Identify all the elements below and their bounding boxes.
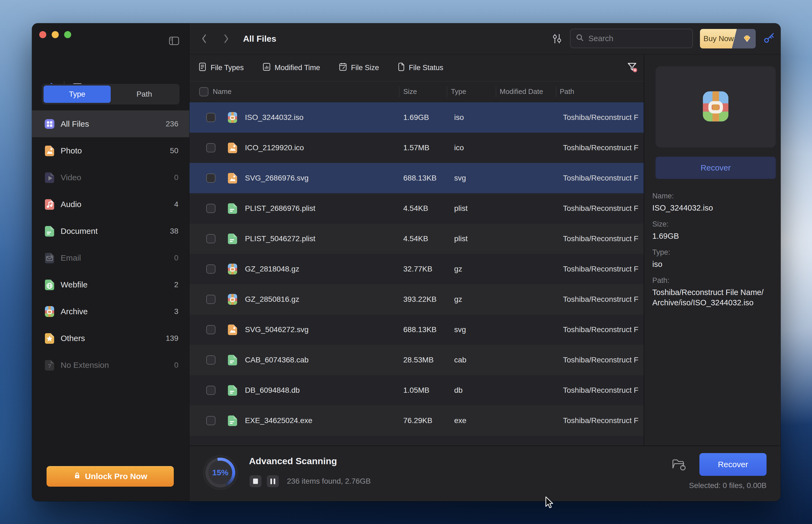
table-row[interactable] xyxy=(189,436,644,445)
detail-value: Toshiba/Reconstruct File Name/ xyxy=(652,287,772,297)
column-divider xyxy=(556,86,556,97)
row-checkbox[interactable] xyxy=(206,264,215,274)
cell-path: Toshiba/Reconstruct F xyxy=(563,193,644,224)
table-row[interactable]: CAB_6074368.cab28.53MBcabToshiba/Reconst… xyxy=(189,345,644,375)
back-icon[interactable] xyxy=(201,34,207,45)
sidebar-item-email[interactable]: Email0 xyxy=(32,244,189,271)
filter-modified-time[interactable]: Modified Time xyxy=(262,62,320,73)
sidebar-item-count: 0 xyxy=(174,253,178,262)
filter-row: File TypesModified TimeFile SizeFile Sta… xyxy=(189,54,644,81)
sidebar-item-no-extension[interactable]: ?No Extension0 xyxy=(32,351,189,378)
sidebar-toggle-icon[interactable] xyxy=(169,36,180,47)
tab-type[interactable]: Type xyxy=(44,85,111,103)
recovery-folder-icon[interactable] xyxy=(671,457,686,473)
column-header-name[interactable]: Name xyxy=(213,81,231,102)
recover-button[interactable]: Recover xyxy=(699,453,766,476)
license-key-icon[interactable] xyxy=(763,32,775,45)
sidebar-item-audio[interactable]: Audio4 xyxy=(32,191,189,218)
desktop-wallpaper: Toshiba TypePath All Files236Photo50Vide… xyxy=(0,0,812,524)
unlock-pro-button[interactable]: Unlock Pro Now xyxy=(47,466,174,487)
search-input[interactable] xyxy=(589,34,687,43)
minimize-window-button[interactable] xyxy=(52,31,59,38)
stop-scan-button[interactable] xyxy=(250,475,262,487)
row-checkbox[interactable] xyxy=(206,174,215,183)
window-controls xyxy=(39,31,71,38)
sidebar-item-label: All Files xyxy=(61,119,89,129)
filter-file-types[interactable]: File Types xyxy=(198,62,244,73)
table-row[interactable]: DB_6094848.db1.05MBdbToshiba/Reconstruct… xyxy=(189,375,644,406)
column-header-modified-date[interactable]: Modified Date xyxy=(500,81,543,102)
sidebar-item-webfile[interactable]: Webfile2 xyxy=(32,271,189,298)
table-row[interactable]: PLIST_5046272.plist4.54KBplistToshiba/Re… xyxy=(189,224,644,254)
content: File TypesModified TimeFile SizeFile Sta… xyxy=(189,54,781,445)
row-checkbox[interactable] xyxy=(206,386,215,395)
cell-size: 1.05MB xyxy=(403,375,430,406)
table-row[interactable]: GZ_2850816.gz393.22KBgzToshiba/Reconstru… xyxy=(189,284,644,314)
tab-path[interactable]: Path xyxy=(111,85,178,103)
sidebar-item-document[interactable]: Document38 xyxy=(32,218,189,244)
table-body: ISO_3244032.iso1.69GBisoToshiba/Reconstr… xyxy=(189,102,644,445)
filter-label: File Size xyxy=(351,64,379,72)
cell-path: Toshiba/Reconstruct F xyxy=(563,133,644,163)
search-box xyxy=(570,29,693,48)
sidebar-item-photo[interactable]: Photo50 xyxy=(32,137,189,164)
cell-type: gz xyxy=(454,284,462,314)
detail-label: Path: xyxy=(652,276,772,285)
column-header-size[interactable]: Size xyxy=(403,81,417,102)
file-icon-archive xyxy=(226,111,239,125)
search-icon xyxy=(576,33,585,44)
cell-path: Toshiba/Reconstruct F xyxy=(563,102,644,133)
pause-scan-button[interactable] xyxy=(267,475,279,487)
cell-path: Toshiba/Reconstruct F xyxy=(563,254,644,284)
row-checkbox[interactable] xyxy=(206,113,215,122)
sidebar-item-others[interactable]: Others139 xyxy=(32,325,189,351)
file-icon-archive xyxy=(226,263,239,276)
table-row[interactable]: SVG_5046272.svg688.13KBsvgToshiba/Recons… xyxy=(189,314,644,345)
table-row[interactable]: ISO_3244032.iso1.69GBisoToshiba/Reconstr… xyxy=(189,102,644,133)
buy-now-button[interactable]: Buy Now xyxy=(700,29,756,48)
select-all-checkbox[interactable] xyxy=(199,87,209,96)
column-header-path[interactable]: Path xyxy=(560,81,574,102)
filter-file-status[interactable]: File Status xyxy=(397,62,443,73)
row-checkbox[interactable] xyxy=(206,204,215,213)
panel-recover-button[interactable]: Recover xyxy=(656,157,776,179)
file-details: Name:ISO_3244032.isoSize:1.69GBType:isoP… xyxy=(652,192,772,315)
sidebar-item-count: 50 xyxy=(170,146,178,155)
sidebar-item-label: No Extension xyxy=(61,361,109,370)
toolbar: All Files Buy Now xyxy=(189,23,781,54)
row-checkbox[interactable] xyxy=(206,295,215,304)
row-checkbox[interactable] xyxy=(206,234,215,243)
table-row[interactable]: SVG_2686976.svg688.13KBsvgToshiba/Recons… xyxy=(189,163,644,193)
table-row[interactable]: GZ_2818048.gz32.77KBgzToshiba/Reconstruc… xyxy=(189,254,644,284)
column-header-type[interactable]: Type xyxy=(451,81,466,102)
row-checkbox[interactable] xyxy=(206,325,215,334)
detail-label: Name: xyxy=(652,192,772,200)
clear-filter-icon[interactable] xyxy=(626,62,638,75)
table-row[interactable]: EXE_34625024.exe76.29KBexeToshiba/Recons… xyxy=(189,406,644,436)
table-row[interactable]: PLIST_2686976.plist4.54KBplistToshiba/Re… xyxy=(189,193,644,224)
sidebar-item-count: 139 xyxy=(166,334,178,343)
sidebar-item-all-files[interactable]: All Files236 xyxy=(32,111,189,137)
scan-title: Advanced Scanning xyxy=(249,456,337,466)
display-settings-icon[interactable] xyxy=(551,32,563,46)
detail-label: Type: xyxy=(652,248,772,257)
sidebar-item-video[interactable]: Video0 xyxy=(32,164,189,191)
details-panel: Recover Name:ISO_3244032.isoSize:1.69GBT… xyxy=(644,54,781,445)
modified-time-icon xyxy=(262,62,271,73)
sidebar-item-label: Document xyxy=(61,227,98,236)
main-area: All Files Buy Now xyxy=(189,23,781,501)
cell-type: exe xyxy=(454,406,466,436)
row-checkbox[interactable] xyxy=(206,143,215,152)
zoom-window-button[interactable] xyxy=(64,31,71,38)
sidebar-item-archive[interactable]: Archive3 xyxy=(32,298,189,325)
cell-path: Toshiba/Reconstruct F xyxy=(563,375,644,406)
close-window-button[interactable] xyxy=(39,31,46,38)
file-preview xyxy=(656,66,776,148)
forward-icon[interactable] xyxy=(223,34,230,45)
others-icon xyxy=(43,332,56,345)
filter-file-size[interactable]: File Size xyxy=(338,62,379,73)
scan-progress-ring: 15% xyxy=(203,455,238,490)
row-checkbox[interactable] xyxy=(206,355,215,364)
row-checkbox[interactable] xyxy=(206,416,215,425)
table-row[interactable]: ICO_2129920.ico1.57MBicoToshiba/Reconstr… xyxy=(189,133,644,163)
